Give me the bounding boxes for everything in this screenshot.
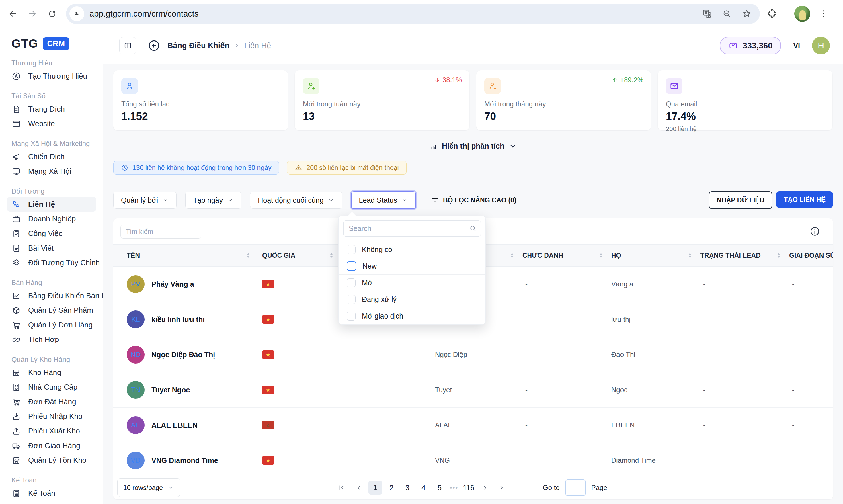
prev-page-button[interactable] <box>351 480 366 495</box>
last-page-number[interactable]: 116 <box>462 481 476 494</box>
filter-created-date[interactable]: Tạo ngày <box>185 192 241 209</box>
sidebar-item-product-management[interactable]: Quản Lý Sản Phẩm <box>7 303 96 318</box>
inactive-contacts-alert[interactable]: 130 liên hệ không hoạt động trong hơn 30… <box>113 161 279 175</box>
sidebar-item-integrations[interactable]: Tích Hợp <box>7 332 96 347</box>
row-checkbox[interactable] <box>118 387 119 393</box>
last-page-button[interactable] <box>495 480 510 495</box>
app-logo[interactable]: GTG CRM <box>12 37 103 51</box>
sort-icon[interactable] <box>509 252 515 259</box>
table-row[interactable]: ND Ngọc Diệp Đào Thị ★ Ngọc Diệp - Đào T… <box>113 337 833 373</box>
sidebar-item-order-management[interactable]: Quản Lý Đơn Hàng <box>7 318 96 332</box>
sidebar-toggle-button[interactable] <box>119 37 137 54</box>
browser-menu-icon[interactable] <box>818 8 829 19</box>
site-info-icon[interactable] <box>69 6 84 21</box>
sidebar-item-sales-dashboard[interactable]: Bảng Điều Khiển Bán H... <box>7 288 96 303</box>
dropdown-option-open[interactable]: Mở <box>339 274 485 291</box>
column-header-lead-status[interactable]: TRẠNG THÁI LEAD <box>700 252 789 259</box>
bookmark-star-icon[interactable] <box>741 8 752 19</box>
row-checkbox[interactable] <box>118 352 119 357</box>
sidebar-item-companies[interactable]: Doanh Nghiệp <box>7 212 96 226</box>
row-checkbox[interactable] <box>118 457 119 463</box>
contact-name[interactable]: kiều linh lưu thị <box>151 316 205 324</box>
advanced-filter-button[interactable]: BỘ LỌC NÂNG CAO (0) <box>431 196 516 204</box>
option-checkbox[interactable] <box>347 278 356 287</box>
sidebar-item-accounting[interactable]: Kế Toán <box>7 486 96 501</box>
user-avatar[interactable]: H <box>812 37 830 54</box>
sidebar-item-campaign[interactable]: Chiến Dịch <box>7 149 96 164</box>
sidebar-item-landing-page[interactable]: Trang Đích <box>7 102 96 116</box>
dropdown-option-new[interactable]: New <box>339 258 485 274</box>
option-checkbox[interactable] <box>347 262 356 271</box>
dropdown-option-none[interactable]: Không có <box>339 241 485 258</box>
select-all-checkbox[interactable] <box>118 253 119 258</box>
sidebar-item-inventory[interactable]: Quản Lý Tồn Kho <box>7 453 96 468</box>
filter-last-activity[interactable]: Hoạt động cuối cùng <box>250 192 342 209</box>
table-search-input[interactable] <box>125 228 211 236</box>
row-checkbox[interactable] <box>118 422 119 428</box>
table-row[interactable]: AE ALAE EBEEN ☆ ALAE - EBEEN - - <box>113 408 833 443</box>
option-checkbox[interactable] <box>347 295 356 304</box>
create-contact-button[interactable]: TẠO LIÊN HỆ <box>776 191 833 208</box>
sidebar-item-tasks[interactable]: Công Việc <box>7 226 96 241</box>
sort-icon[interactable] <box>776 252 782 259</box>
breadcrumb-dashboard[interactable]: Bảng Điều Khiển <box>167 41 229 50</box>
sort-icon[interactable] <box>598 252 604 259</box>
filter-lead-status[interactable]: Lead Status <box>351 191 416 209</box>
dropdown-search[interactable] <box>343 220 481 236</box>
info-icon[interactable] <box>809 226 820 237</box>
sidebar-item-warehouse[interactable]: Kho Hàng <box>7 365 96 380</box>
sidebar-item-goods-receipt[interactable]: Phiếu Nhập Kho <box>7 409 96 424</box>
browser-reload-button[interactable] <box>45 7 58 20</box>
row-checkbox[interactable] <box>118 317 119 322</box>
missing-phone-alert[interactable]: 200 số liên lạc bị mất điện thoại <box>287 161 406 175</box>
sidebar-item-website[interactable]: Website <box>7 116 96 131</box>
contact-name[interactable]: Tuyet Ngoc <box>151 386 190 394</box>
translate-icon[interactable] <box>702 8 712 19</box>
address-bar[interactable]: app.gtgcrm.com/crm/contacts <box>66 4 760 24</box>
contact-name[interactable]: VNG Diamond Time <box>151 456 218 465</box>
sidebar-item-articles[interactable]: Bài Viết <box>7 241 96 255</box>
filter-managed-by[interactable]: Quản lý bởi <box>113 192 177 209</box>
table-search[interactable] <box>121 225 201 238</box>
page-number[interactable]: 4 <box>417 481 430 494</box>
contact-name[interactable]: ALAE EBEEN <box>151 421 198 430</box>
zoom-out-icon[interactable] <box>722 9 732 19</box>
goto-page-input[interactable] <box>566 479 586 496</box>
sort-icon[interactable] <box>687 252 693 259</box>
sidebar-item-delivery-orders[interactable]: Đơn Giao Hàng <box>7 438 96 453</box>
page-number[interactable]: 3 <box>400 481 414 494</box>
page-number[interactable]: 1 <box>369 481 382 494</box>
rows-per-page-select[interactable]: 10 rows/page <box>117 479 180 497</box>
import-data-button[interactable]: NHẬP DỮ LIỆU <box>709 191 772 209</box>
contact-name[interactable]: Ngọc Diệp Đào Thị <box>151 350 215 359</box>
browser-profile-avatar[interactable] <box>794 6 810 22</box>
dropdown-option-processing[interactable]: Đang xử lý <box>339 291 485 308</box>
column-header-country[interactable]: QUỐC GIA <box>258 252 342 259</box>
row-checkbox[interactable] <box>118 281 119 287</box>
dropdown-search-input[interactable] <box>348 224 469 233</box>
sidebar-item-purchase-orders[interactable]: Đơn Đặt Hàng <box>7 395 96 409</box>
browser-back-button[interactable] <box>6 7 19 20</box>
browser-forward-button[interactable] <box>26 7 39 20</box>
table-row[interactable]: TN Tuyet Ngoc ★ Tuyet - Ngoc - - <box>113 373 833 408</box>
table-row[interactable]: VD VNG Diamond Time ★ VNG - Diamond Time… <box>113 443 833 478</box>
sidebar-item-custom-objects[interactable]: Đối Tượng Tùy Chỉnh <box>7 255 96 270</box>
language-switcher[interactable]: VI <box>793 41 800 50</box>
sidebar-item-goods-issue[interactable]: Phiếu Xuất Kho <box>7 424 96 438</box>
page-number[interactable]: 5 <box>433 481 446 494</box>
sort-icon[interactable] <box>246 252 251 259</box>
dropdown-option-open-deal[interactable]: Mở giao dịch <box>339 308 485 324</box>
column-header-title[interactable]: CHỨC DANH <box>522 252 611 259</box>
next-page-button[interactable] <box>478 480 492 495</box>
option-checkbox[interactable] <box>347 245 356 254</box>
sidebar-item-einvoice[interactable]: Hóa Đơn Điện Tử <box>7 501 96 504</box>
contact-name[interactable]: Pháy Vàng a <box>151 280 194 288</box>
sidebar-item-social-network[interactable]: Mạng Xã Hội <box>7 164 96 179</box>
first-page-button[interactable] <box>334 480 349 495</box>
credits-pill[interactable]: 333,360 <box>720 37 781 54</box>
option-checkbox[interactable] <box>347 312 356 321</box>
sidebar-item-suppliers[interactable]: Nhà Cung Cấp <box>7 380 96 395</box>
sort-icon[interactable] <box>328 252 334 259</box>
url-text[interactable]: app.gtgcrm.com/crm/contacts <box>89 9 702 19</box>
column-header-name[interactable]: TÊN <box>127 252 258 259</box>
